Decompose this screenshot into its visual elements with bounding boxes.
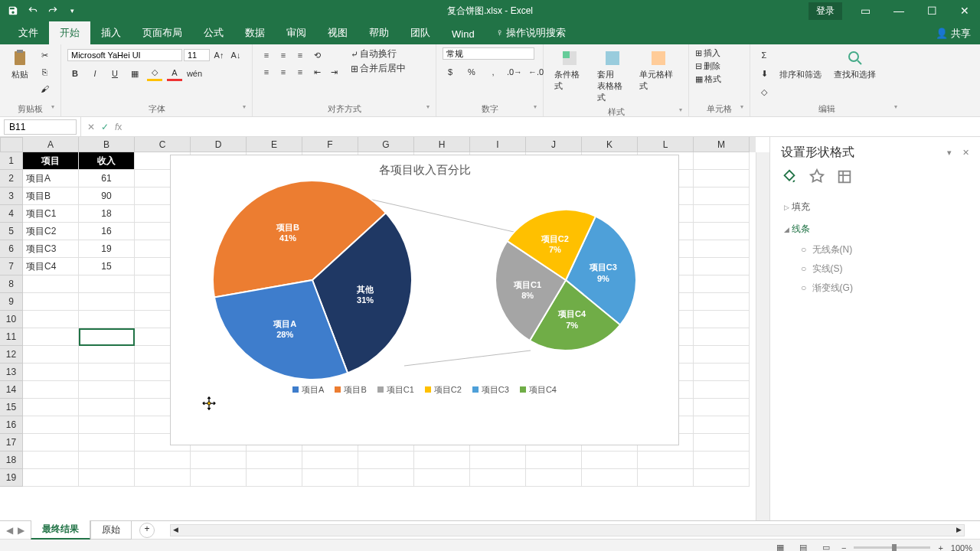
cell[interactable]: [694, 328, 750, 346]
minimize-icon[interactable]: —: [883, 2, 915, 20]
cell[interactable]: [79, 293, 135, 311]
cell[interactable]: 19: [79, 240, 135, 258]
align-middle-icon[interactable]: ≡: [276, 47, 291, 63]
login-button[interactable]: 登录: [808, 2, 842, 20]
enter-icon[interactable]: ✓: [101, 122, 109, 132]
cell[interactable]: [79, 311, 135, 328]
cell[interactable]: [638, 469, 694, 487]
autosum-icon[interactable]: Σ: [756, 47, 772, 63]
section-fill[interactable]: 填充: [781, 196, 969, 218]
page-layout-icon[interactable]: ▤: [795, 543, 811, 551]
phonetic-icon[interactable]: wén: [187, 66, 202, 81]
cell[interactable]: 16: [79, 223, 135, 240]
cell[interactable]: [23, 364, 79, 381]
underline-button[interactable]: U: [107, 66, 122, 81]
zoom-in-icon[interactable]: +: [938, 543, 942, 552]
cell[interactable]: [694, 170, 750, 187]
cell[interactable]: [694, 434, 750, 452]
clear-icon[interactable]: ◇: [756, 84, 772, 99]
add-sheet-button[interactable]: +: [139, 523, 155, 538]
cell[interactable]: [694, 364, 750, 381]
fill-color-icon[interactable]: ◇: [147, 66, 162, 81]
cell[interactable]: [638, 452, 694, 469]
cell[interactable]: 18: [79, 205, 135, 223]
tab-review[interactable]: 审阅: [276, 21, 317, 44]
chart-title[interactable]: 各项目收入百分比: [171, 155, 678, 181]
tab-view[interactable]: 视图: [317, 21, 358, 44]
cell[interactable]: [79, 469, 135, 487]
delete-cells-button[interactable]: ⊟删除: [695, 60, 720, 72]
tab-home[interactable]: 开始: [49, 21, 90, 44]
cell[interactable]: [23, 434, 79, 452]
cell[interactable]: [694, 240, 750, 258]
bold-button[interactable]: B: [67, 66, 83, 81]
qat-dropdown-icon[interactable]: ▾: [70, 7, 74, 15]
cell[interactable]: [414, 469, 470, 487]
italic-button[interactable]: I: [87, 66, 103, 81]
cond-format-button[interactable]: 条件格式: [550, 47, 590, 93]
cut-icon[interactable]: ✂: [37, 47, 52, 63]
vertical-scrollbar[interactable]: [756, 152, 769, 520]
dec-decimal-icon[interactable]: ←.0: [528, 64, 544, 80]
cell[interactable]: [694, 205, 750, 223]
cell[interactable]: [23, 293, 79, 311]
tab-insert[interactable]: 插入: [90, 21, 132, 44]
formula-input[interactable]: [128, 119, 966, 134]
tab-wind[interactable]: Wind: [441, 24, 485, 44]
close-icon[interactable]: ✕: [949, 2, 980, 20]
cell[interactable]: 项目C1: [23, 205, 79, 223]
cell[interactable]: [694, 381, 750, 399]
format-cells-button[interactable]: ▦格式: [695, 73, 721, 85]
tab-layout[interactable]: 页面布局: [132, 21, 193, 44]
number-format[interactable]: [443, 47, 534, 60]
row-headers[interactable]: 12345678910111213141516171819: [0, 152, 23, 487]
opt-solid[interactable]: 实线(S): [781, 259, 969, 279]
main-pie[interactable]: 项目B41%其他31%项目A28%: [213, 181, 412, 380]
cell[interactable]: 15: [79, 258, 135, 276]
font-name[interactable]: [67, 49, 182, 61]
cell[interactable]: [23, 416, 79, 434]
cell[interactable]: 项目C2: [23, 223, 79, 240]
cell[interactable]: 项目: [23, 152, 79, 170]
tab-file[interactable]: 文件: [8, 21, 49, 44]
cell[interactable]: [135, 452, 191, 469]
cell[interactable]: 项目A: [23, 170, 79, 187]
cell[interactable]: 项目B: [23, 187, 79, 205]
cell[interactable]: [23, 346, 79, 364]
cell[interactable]: 收入: [79, 152, 135, 170]
maximize-icon[interactable]: ☐: [916, 2, 948, 20]
sub-pie[interactable]: 项目C39%项目C47%项目C18%项目C27%: [495, 210, 637, 351]
tab-help[interactable]: 帮助: [358, 21, 400, 44]
cell[interactable]: 项目C4: [23, 258, 79, 276]
fill-line-tab-icon[interactable]: [781, 168, 798, 185]
cell[interactable]: [358, 469, 414, 487]
cell[interactable]: [135, 469, 191, 487]
paste-button[interactable]: 粘贴: [6, 47, 34, 82]
cell[interactable]: 90: [79, 187, 135, 205]
cell[interactable]: [79, 276, 135, 293]
cell[interactable]: [526, 452, 582, 469]
undo-icon[interactable]: [28, 5, 38, 16]
cell[interactable]: [79, 452, 135, 469]
indent-dec-icon[interactable]: ⇤: [309, 64, 325, 80]
sheet-nav-prev-icon[interactable]: ◀: [6, 525, 13, 536]
cell[interactable]: [582, 452, 638, 469]
section-line[interactable]: 线条: [781, 218, 969, 240]
cell[interactable]: [79, 434, 135, 452]
fill-icon[interactable]: ⬇: [756, 66, 772, 81]
cell[interactable]: [694, 452, 750, 469]
cell[interactable]: [23, 469, 79, 487]
save-icon[interactable]: [8, 5, 18, 16]
column-headers[interactable]: ABCDEFGHIJKLM: [23, 137, 756, 152]
horizontal-scrollbar[interactable]: [170, 524, 965, 536]
tab-team[interactable]: 团队: [400, 21, 441, 44]
cell[interactable]: [23, 328, 79, 346]
size-tab-icon[interactable]: [836, 168, 853, 185]
cell[interactable]: 项目C3: [23, 240, 79, 258]
chart[interactable]: 各项目收入百分比 项目B41%其他31%项目A28% 项目C39%项目C47%项…: [170, 155, 679, 445]
fx-icon[interactable]: fx: [115, 122, 122, 132]
cell[interactable]: [694, 152, 750, 170]
cancel-icon[interactable]: ✕: [87, 122, 95, 132]
cell[interactable]: [23, 276, 79, 293]
inc-decimal-icon[interactable]: .0→: [507, 64, 522, 80]
